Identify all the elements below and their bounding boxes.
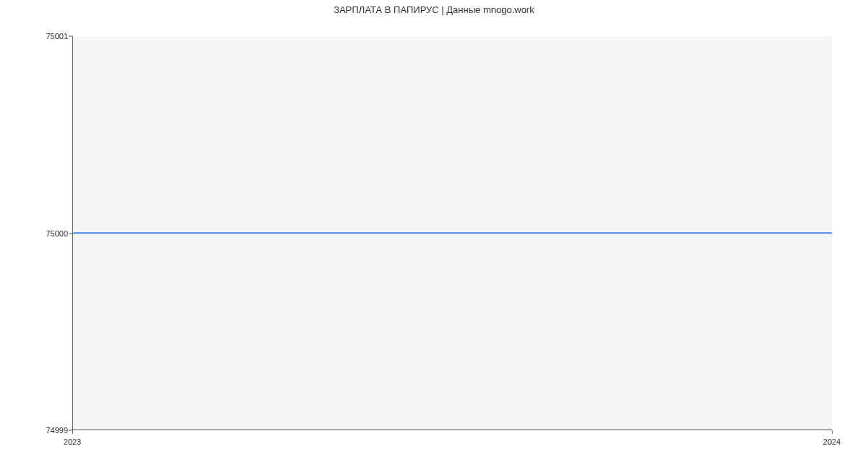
y-tick-label: 75001 xyxy=(46,32,68,40)
x-tick-label: 2023 xyxy=(64,437,81,446)
x-tick-label: 2024 xyxy=(823,437,841,446)
data-line xyxy=(73,232,832,234)
y-tick-mark xyxy=(69,233,72,234)
plot-area xyxy=(72,36,832,430)
x-tick-mark xyxy=(72,430,73,434)
chart-container: ЗАРПЛАТА В ПАПИРУС | Данные mnogo.work 7… xyxy=(0,0,868,470)
gridline xyxy=(73,36,832,37)
y-tick-label: 74999 xyxy=(46,426,68,435)
x-tick-mark xyxy=(832,430,833,434)
y-tick-label: 75000 xyxy=(46,229,68,238)
y-tick-mark xyxy=(69,36,72,37)
chart-title: ЗАРПЛАТА В ПАПИРУС | Данные mnogo.work xyxy=(0,4,868,15)
